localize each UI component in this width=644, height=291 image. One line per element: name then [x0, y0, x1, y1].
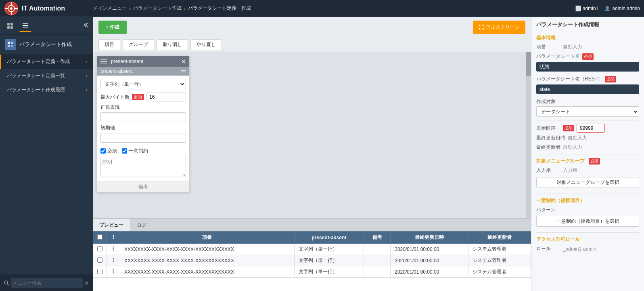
create-button[interactable]: + 作成 — [98, 21, 127, 34]
cancel-button[interactable]: 取り消し — [157, 39, 188, 50]
row-checkbox-0[interactable] — [97, 246, 102, 251]
svg-point-29 — [113, 248, 114, 249]
list-view-btn[interactable] — [19, 20, 31, 32]
sidebar-item-1[interactable]: パラメータシート定義一覧 › — [0, 69, 93, 83]
unique-checkbox[interactable] — [122, 148, 127, 154]
redo-button[interactable]: やり直し — [190, 39, 222, 50]
menu-arrow-1: › — [86, 74, 87, 78]
max-bytes-row: 最大バイト数 必須 — [100, 93, 186, 101]
row-menu-icon[interactable] — [111, 246, 116, 251]
sidebar-item-0[interactable]: パラメータシート定義・作成 › — [0, 55, 93, 69]
required-checkbox[interactable] — [100, 148, 106, 154]
row-col-cell: 文字列（単一行） — [294, 244, 364, 255]
drag-handle[interactable] — [100, 59, 107, 63]
rp-sheet-name-rest-input[interactable] — [536, 84, 639, 94]
svg-point-28 — [113, 247, 114, 248]
sidebar-menu: パラメータシート定義・作成 › パラメータシート定義一覧 › パラメータシート作… — [0, 55, 93, 274]
card-close-btn[interactable]: ✕ — [181, 58, 186, 65]
row-user-cell: システム管理者 — [468, 266, 531, 278]
tab-log[interactable]: ログ — [130, 219, 153, 231]
search-clear-btn[interactable]: ✕ — [84, 280, 89, 286]
sidebar-item-label-1: パラメータシート定義一覧 — [7, 72, 65, 79]
item-button[interactable]: 項目 — [98, 39, 120, 50]
rp-divider-2 — [536, 154, 639, 154]
select-menu-group-btn[interactable]: 対象メニューグループを選択 — [536, 177, 639, 188]
breadcrumb-item-1[interactable]: メインメニュー — [93, 5, 127, 12]
required-label: 必須 — [107, 148, 117, 154]
rp-basic-title: 基本情報 — [536, 34, 639, 41]
regex-input[interactable] — [100, 112, 186, 122]
svg-rect-23 — [181, 70, 186, 71]
builder-area: present-absent ✕ present-absent 文字列（単一行）… — [93, 52, 531, 218]
rp-menu-group-title-row: 対象メニューグループ 必須 — [536, 158, 639, 164]
rp-role-row: ロール _admin1-admin — [536, 245, 639, 252]
svg-point-26 — [113, 236, 114, 238]
row-col-cell: 文字列（単一行） — [294, 255, 364, 266]
user1-label: admin1 — [583, 6, 598, 11]
type-select[interactable]: 文字列（単一行）文字列（複数行）整数小数日時日付時刻リンク — [100, 79, 186, 89]
rp-target-select[interactable]: データシート — [536, 106, 639, 117]
row-note-cell — [364, 266, 390, 278]
row-checkbox-2[interactable] — [97, 269, 102, 274]
th-menu — [107, 232, 120, 244]
row-checkbox-1[interactable] — [97, 257, 102, 263]
card-header[interactable]: present-absent ✕ — [97, 56, 189, 67]
row-menu-icon[interactable] — [111, 269, 116, 274]
rp-display-order-input[interactable] — [577, 124, 605, 133]
breadcrumb-item-2[interactable]: パラメータシート作成 — [133, 5, 182, 12]
th-last-update: 最終更新日時 — [391, 232, 468, 244]
sidebar-item-label-2: パラメータシート作成履歴 — [7, 86, 65, 93]
preview-table-wrap: 項番 present-absent 備考 最終更新日時 最終更新者 XXXXXX… — [93, 231, 531, 291]
svg-point-36 — [113, 272, 114, 274]
main-area: + 作成 フルスクリーン 項目 グループ 取り消し やり直し — [93, 17, 531, 291]
card-subheader: present-absent — [97, 67, 189, 76]
th-present-absent: present-absent — [294, 232, 364, 244]
scrollbar-thumb[interactable] — [526, 52, 531, 76]
app-title: IT Automation — [22, 5, 65, 12]
rp-sheet-name-rest-required: 必須 — [605, 76, 616, 82]
unique-checkbox-label[interactable]: 一意制約 — [122, 148, 148, 154]
row-user-cell: システム管理者 — [468, 244, 531, 255]
group-button[interactable]: グループ — [123, 39, 154, 50]
initial-input[interactable] — [100, 133, 186, 143]
tab-preview[interactable]: プレビュー — [93, 219, 130, 231]
table-header-row: 項番 present-absent 備考 最終更新日時 最終更新者 — [93, 232, 531, 244]
row-date-cell: 2020/01/01 00:00:00 — [391, 244, 468, 255]
user2-label: admin admin — [612, 6, 640, 11]
canvas-scrollbar[interactable] — [526, 52, 531, 218]
user-area: ⬜ admin1 admin admin — [575, 5, 640, 12]
preview-tbody: XXXXXXXX-XXXX-XXXX-XXXX-XXXXXXXXXXXX 文字列… — [93, 244, 531, 278]
search-icon — [4, 280, 9, 286]
user1-area[interactable]: ⬜ admin1 — [575, 5, 598, 12]
svg-point-25 — [113, 235, 114, 236]
menu-dots-icon — [111, 234, 116, 239]
rp-item-no-label: 項番 — [536, 44, 560, 51]
card-body: 文字列（単一行）文字列（複数行）整数小数日時日付時刻リンク 最大バイト数 必須 … — [97, 76, 189, 181]
sidebar-search-input[interactable] — [11, 278, 83, 288]
select-all-checkbox[interactable] — [97, 234, 102, 240]
sidebar-item-2[interactable]: パラメータシート作成履歴 › — [0, 83, 93, 97]
app-header: IT Automation メインメニュー › パラメータシート作成 › パラメ… — [0, 0, 644, 17]
bottom-panel: プレビュー ログ 項番 present-absent — [93, 218, 531, 291]
rp-menu-group-title: 対象メニューグループ — [536, 158, 585, 164]
menu-arrow-0: › — [86, 59, 87, 64]
select-unique-btn[interactable]: 一意制約（複数項目）を選択 — [536, 216, 639, 227]
svg-rect-14 — [23, 23, 28, 24]
rp-pattern-label: パターン — [536, 207, 639, 213]
max-bytes-input[interactable] — [146, 93, 186, 101]
fullscreen-icon — [479, 24, 484, 30]
sidebar-collapse-btn[interactable] — [82, 22, 89, 30]
grid-view-btn[interactable] — [4, 20, 16, 32]
fullscreen-button[interactable]: フルスクリーン — [473, 21, 525, 34]
row-menu-icon[interactable] — [111, 257, 116, 262]
rp-target-label: 作成対象 — [536, 98, 639, 105]
desc-textarea[interactable] — [100, 157, 186, 177]
svg-point-32 — [113, 259, 114, 261]
svg-text:⬜: ⬜ — [576, 5, 581, 11]
required-checkbox-label[interactable]: 必須 — [100, 148, 117, 154]
svg-point-21 — [4, 281, 8, 284]
user2-area[interactable]: admin admin — [604, 5, 640, 12]
rp-sheet-name-input[interactable] — [536, 62, 639, 72]
max-bytes-label: 最大バイト数 — [100, 94, 130, 101]
rp-sheet-name-required: 必須 — [582, 53, 594, 60]
